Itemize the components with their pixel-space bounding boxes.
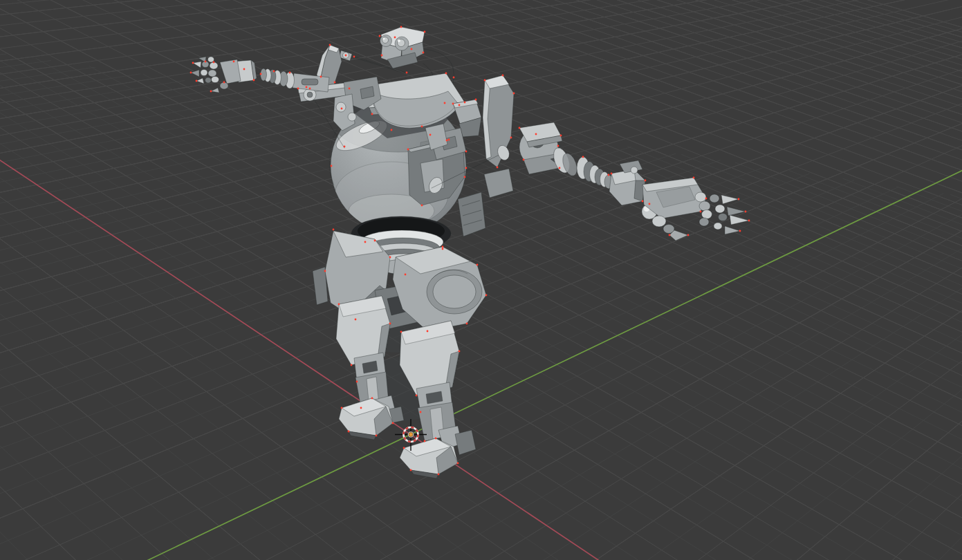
scene-canvas (0, 0, 962, 560)
origin-dot (409, 433, 413, 437)
viewport-3d[interactable] (0, 0, 962, 560)
robot-eye-right (395, 37, 409, 50)
robot-eye-left (380, 35, 392, 47)
